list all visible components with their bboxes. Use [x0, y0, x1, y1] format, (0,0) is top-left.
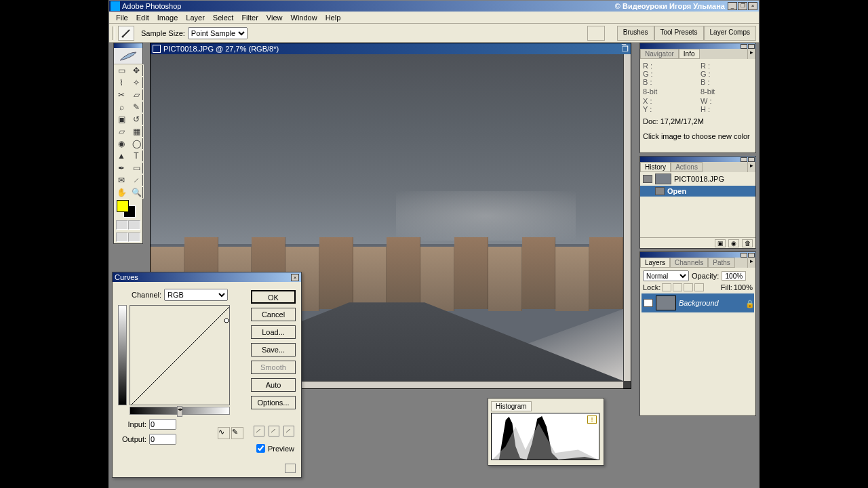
hist-panel-close[interactable] [748, 157, 755, 162]
tab-channels[interactable]: Channels [670, 258, 708, 268]
dialog-resize[interactable] [285, 464, 296, 473]
document-titlebar[interactable]: PICT0018.JPG @ 27,7% (RGB/8*) _ ❐ × [151, 43, 631, 54]
tab-history[interactable]: History [640, 162, 671, 172]
white-point-picker[interactable]: ⟋ [283, 426, 294, 436]
curves-close-button[interactable]: × [291, 274, 299, 281]
black-point-picker[interactable]: ⟋ [254, 426, 264, 436]
quickmask-mode[interactable] [128, 220, 140, 230]
move-tool[interactable]: ✥ [129, 64, 144, 77]
tab-actions[interactable]: Actions [671, 162, 703, 172]
layers-close[interactable] [748, 253, 755, 258]
preview-checkbox[interactable] [256, 444, 265, 453]
standard-mode[interactable] [116, 220, 128, 230]
history-brush-tool[interactable]: ↺ [129, 113, 144, 125]
lock-transparency[interactable] [662, 283, 671, 291]
lock-position[interactable] [684, 283, 693, 291]
screen-mode-2[interactable] [128, 232, 140, 242]
history-state-open[interactable]: Open [640, 186, 755, 197]
tab-tool-presets[interactable]: Tool Presets [654, 26, 704, 41]
hist-panel-min[interactable] [741, 157, 747, 162]
input-value[interactable] [149, 419, 176, 430]
options-grip[interactable] [112, 26, 115, 40]
path-select-tool[interactable]: ▲ [114, 150, 129, 162]
histogram-tab[interactable]: Histogram [491, 401, 532, 411]
info-min[interactable] [741, 44, 747, 49]
menu-window[interactable]: Window [287, 14, 321, 22]
menu-image[interactable]: Image [153, 14, 182, 22]
hand-tool[interactable]: ✋ [114, 186, 129, 199]
toolbox-header[interactable] [114, 43, 142, 48]
cache-warning-icon[interactable]: ! [587, 415, 597, 424]
gradient-tool[interactable]: ▦ [129, 125, 144, 138]
options-button[interactable]: Options... [251, 396, 296, 409]
brush-tool[interactable]: ✎ [129, 101, 144, 113]
notes-tool[interactable]: ✉ [114, 174, 129, 186]
close-button[interactable]: × [748, 2, 757, 10]
gradient-toggle[interactable]: ◂▸ [177, 406, 182, 417]
zoom-tool[interactable]: 🔍 [129, 186, 144, 199]
info-menu-icon[interactable]: ▸ [747, 49, 755, 59]
magic-wand-tool[interactable]: ✧ [129, 77, 144, 89]
info-close[interactable] [748, 44, 755, 49]
healing-brush-tool[interactable]: ⌕ [114, 101, 129, 113]
layer-visibility-icon[interactable] [644, 299, 653, 307]
menu-help[interactable]: Help [321, 14, 345, 22]
new-doc-from-state[interactable]: ▣ [715, 239, 726, 247]
auto-button[interactable]: Auto [251, 378, 296, 392]
menu-select[interactable]: Select [209, 14, 238, 22]
lock-all[interactable] [694, 283, 704, 291]
sample-size-select[interactable]: Point Sample [188, 27, 248, 39]
load-button[interactable]: Load... [251, 325, 296, 339]
layer-background[interactable]: Background 🔒 [642, 293, 754, 312]
crop-tool[interactable]: ✂ [114, 89, 129, 101]
eraser-tool[interactable]: ▱ [114, 125, 129, 138]
doc-restore-button[interactable]: ❐ [622, 45, 629, 54]
clone-stamp-tool[interactable]: ▣ [114, 113, 129, 125]
doc-minimize-button[interactable]: _ [622, 37, 629, 45]
tab-layer-comps[interactable]: Layer Comps [704, 26, 756, 41]
lasso-tool[interactable]: ⌇ [114, 77, 129, 89]
tab-layers[interactable]: Layers [640, 258, 670, 268]
menu-view[interactable]: View [262, 14, 287, 22]
vertical-scrollbar[interactable] [623, 54, 631, 381]
channel-select[interactable]: RGB [164, 289, 228, 301]
ok-button[interactable]: OK [251, 290, 296, 304]
eyedropper-tool[interactable]: ⟋ [129, 174, 144, 186]
save-button[interactable]: Save... [251, 343, 296, 357]
smooth-button[interactable]: Smooth [251, 361, 296, 374]
menu-filter[interactable]: Filter [237, 14, 262, 22]
restore-button[interactable]: ❐ [738, 2, 747, 10]
menu-layer[interactable]: Layer [182, 14, 209, 22]
cancel-button[interactable]: Cancel [251, 308, 296, 321]
current-tool-icon[interactable] [118, 26, 134, 41]
slice-tool[interactable]: ▱ [129, 89, 144, 101]
marquee-tool[interactable]: ▭ [114, 64, 129, 77]
lock-pixels[interactable] [673, 283, 682, 291]
new-snapshot[interactable]: ◉ [728, 239, 739, 247]
menu-file[interactable]: File [112, 14, 132, 22]
dodge-tool[interactable]: ◯ [129, 138, 144, 150]
curve-draw-tool[interactable]: ✎ [231, 427, 243, 439]
history-menu-icon[interactable]: ▸ [747, 162, 755, 172]
layers-min[interactable] [741, 253, 747, 258]
minimize-button[interactable]: _ [728, 2, 737, 10]
curves-graph[interactable] [130, 305, 230, 405]
blur-tool[interactable]: ◉ [114, 138, 129, 150]
gray-point-picker[interactable]: ⟋ [269, 426, 279, 436]
fill-value[interactable]: 100% [734, 283, 753, 291]
pen-tool[interactable]: ✒ [114, 162, 129, 174]
palette-well-button[interactable] [587, 26, 605, 41]
blend-mode-select[interactable]: Normal [643, 270, 689, 281]
curve-point-tool[interactable]: ∿ [218, 427, 230, 439]
tab-navigator[interactable]: Navigator [640, 49, 679, 59]
type-tool[interactable]: T [129, 150, 144, 162]
curves-titlebar[interactable]: Curves × [113, 272, 301, 282]
foreground-color[interactable] [117, 200, 129, 212]
delete-state[interactable]: 🗑 [742, 239, 753, 247]
tab-paths[interactable]: Paths [708, 258, 735, 268]
tab-info[interactable]: Info [679, 49, 700, 59]
menu-edit[interactable]: Edit [132, 14, 153, 22]
shape-tool[interactable]: ▭ [129, 162, 144, 174]
horizontal-gradient[interactable]: ◂▸ [130, 407, 230, 415]
output-value[interactable] [149, 434, 176, 445]
